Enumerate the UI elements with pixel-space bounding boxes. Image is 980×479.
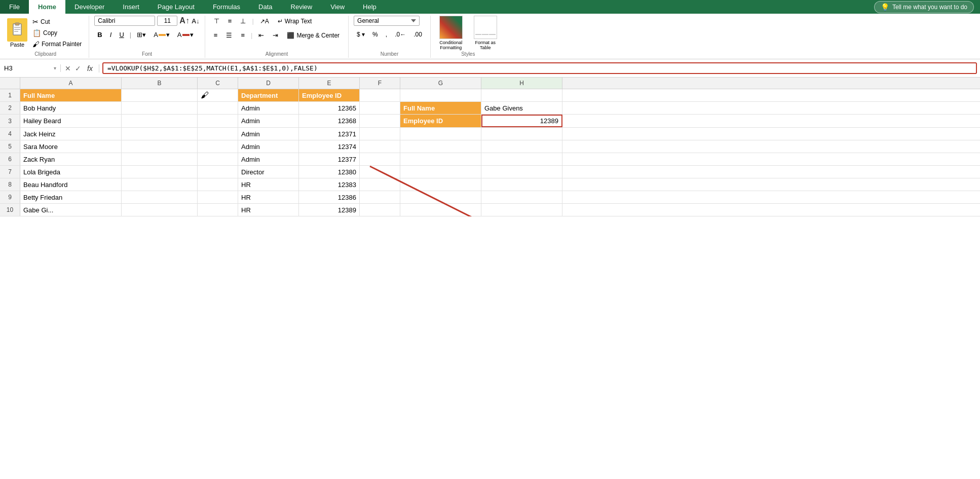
cell-6-A[interactable]: Zack Ryan: [20, 153, 122, 165]
cell-7-E[interactable]: 12380: [299, 166, 360, 178]
cell-10-H[interactable]: [481, 204, 562, 216]
tab-view[interactable]: View: [321, 0, 354, 14]
cell-8-B[interactable]: [122, 178, 198, 191]
rotate-text-button[interactable]: ↗A: [256, 16, 273, 26]
cell-7-D[interactable]: Director: [238, 166, 299, 178]
wrap-text-button[interactable]: ↵ Wrap Text: [274, 16, 316, 26]
decrease-decimal-button[interactable]: .0←: [392, 29, 409, 40]
cell-2-E[interactable]: 12365: [299, 102, 360, 114]
decrease-indent-button[interactable]: ⇤: [255, 30, 268, 41]
align-bottom-button[interactable]: ⊥: [237, 16, 249, 26]
cell-5-A[interactable]: Sara Moore: [20, 140, 122, 153]
cell-8-G[interactable]: [400, 178, 481, 191]
percent-button[interactable]: %: [369, 29, 381, 40]
cell-5-D[interactable]: Admin: [238, 140, 299, 153]
cell-2-D[interactable]: Admin: [238, 102, 299, 114]
cell-5-G[interactable]: [400, 140, 481, 153]
cell-6-G[interactable]: [400, 153, 481, 165]
col-header-E[interactable]: E: [299, 78, 360, 89]
col-header-B[interactable]: B: [122, 78, 198, 89]
cell-4-D[interactable]: Admin: [238, 128, 299, 140]
col-header-C[interactable]: C: [198, 78, 238, 89]
cell-8-C[interactable]: [198, 178, 238, 191]
cell-7-G[interactable]: [400, 166, 481, 178]
tab-home[interactable]: Home: [29, 0, 65, 14]
cell-7-A[interactable]: Lola Brigeda: [20, 166, 122, 178]
cell-5-B[interactable]: [122, 140, 198, 153]
cut-button[interactable]: ✂ Cut: [30, 17, 84, 27]
cell-6-D[interactable]: Admin: [238, 153, 299, 165]
fill-color-button[interactable]: A ▾: [150, 29, 173, 40]
cell-1-G[interactable]: [400, 89, 481, 101]
underline-button[interactable]: U: [116, 29, 127, 40]
tab-page-layout[interactable]: Page Layout: [148, 0, 204, 14]
cell-6-B[interactable]: [122, 153, 198, 165]
formula-input-box[interactable]: =VLOOKUP($H$2,$A$1:$E$25,MATCH(E1,$A$1:$…: [102, 62, 977, 74]
cell-reference-box[interactable]: H3 ▾: [0, 64, 61, 72]
cell-8-E[interactable]: 12383: [299, 178, 360, 191]
cell-3-C[interactable]: [198, 115, 238, 127]
cell-2-A[interactable]: Bob Handy: [20, 102, 122, 114]
cell-3-E[interactable]: 12368: [299, 115, 360, 127]
cell-6-F[interactable]: [360, 153, 400, 165]
cell-10-F[interactable]: [360, 204, 400, 216]
cell-3-H[interactable]: 12389: [481, 115, 562, 127]
cell-3-B[interactable]: [122, 115, 198, 127]
cell-10-A[interactable]: Gabe Gi...: [20, 204, 122, 216]
format-as-table-button[interactable]: Format as Table: [470, 16, 501, 50]
col-header-A[interactable]: A: [20, 78, 122, 89]
cell-1-E[interactable]: Employee ID: [299, 89, 360, 101]
comma-button[interactable]: ,: [383, 29, 390, 40]
borders-button[interactable]: ⊞▾: [134, 29, 149, 40]
tab-data[interactable]: Data: [249, 0, 281, 14]
currency-button[interactable]: $ ▾: [354, 29, 368, 40]
cell-4-G[interactable]: [400, 128, 481, 140]
col-header-F[interactable]: F: [360, 78, 400, 89]
font-name-input[interactable]: [94, 16, 155, 26]
tab-file[interactable]: File: [0, 0, 29, 14]
cell-3-F[interactable]: [360, 115, 400, 127]
cell-7-C[interactable]: [198, 166, 238, 178]
number-format-dropdown[interactable]: General: [354, 16, 420, 26]
cell-10-G[interactable]: [400, 204, 481, 216]
cell-5-H[interactable]: [481, 140, 562, 153]
cell-8-D[interactable]: HR: [238, 178, 299, 191]
cell-10-E[interactable]: 12389: [299, 204, 360, 216]
increase-decimal-button[interactable]: .00: [410, 29, 425, 40]
cell-2-F[interactable]: [360, 102, 400, 114]
tab-formulas[interactable]: Formulas: [204, 0, 249, 14]
cell-2-C[interactable]: [198, 102, 238, 114]
tab-review[interactable]: Review: [282, 0, 322, 14]
cell-5-E[interactable]: 12374: [299, 140, 360, 153]
cell-4-A[interactable]: Jack Heinz: [20, 128, 122, 140]
cell-9-B[interactable]: [122, 191, 198, 203]
cell-3-A[interactable]: Hailey Beard: [20, 115, 122, 127]
cell-2-G[interactable]: Full Name: [400, 102, 481, 114]
cell-5-C[interactable]: [198, 140, 238, 153]
cell-8-H[interactable]: [481, 178, 562, 191]
font-shrink-button[interactable]: A↓: [192, 17, 200, 25]
paste-button[interactable]: Paste: [7, 18, 27, 48]
align-top-button[interactable]: ⊤: [210, 16, 223, 26]
cell-6-C[interactable]: [198, 153, 238, 165]
cell-2-H[interactable]: Gabe Givens: [481, 102, 562, 114]
cell-6-H[interactable]: [481, 153, 562, 165]
font-color-button[interactable]: A ▾: [174, 29, 197, 40]
increase-indent-button[interactable]: ⇥: [269, 30, 282, 41]
format-painter-button[interactable]: 🖌 Format Painter: [30, 39, 84, 49]
cell-1-H[interactable]: [481, 89, 562, 101]
cell-3-G[interactable]: Employee ID: [400, 115, 481, 127]
cell-10-D[interactable]: HR: [238, 204, 299, 216]
cell-9-H[interactable]: [481, 191, 562, 203]
cell-10-B[interactable]: [122, 204, 198, 216]
cell-9-A[interactable]: Betty Friedan: [20, 191, 122, 203]
tell-me-input[interactable]: 💡 Tell me what you want to do: [874, 1, 974, 13]
align-center-button[interactable]: ☰: [222, 30, 236, 41]
cell-9-E[interactable]: 12386: [299, 191, 360, 203]
tab-insert[interactable]: Insert: [114, 0, 148, 14]
font-grow-button[interactable]: A↑: [179, 16, 190, 25]
cell-4-B[interactable]: [122, 128, 198, 140]
copy-button[interactable]: 📋 Copy: [30, 28, 84, 38]
cell-1-A[interactable]: Full Name: [20, 89, 122, 101]
italic-button[interactable]: I: [107, 29, 115, 40]
